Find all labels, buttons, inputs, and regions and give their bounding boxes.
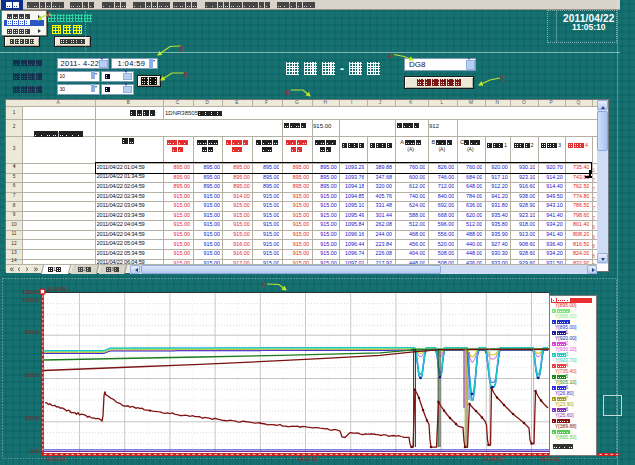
svg-text:3: 3	[183, 70, 187, 79]
svg-text:2: 2	[179, 44, 183, 53]
svg-text:7: 7	[261, 281, 265, 290]
svg-text:6: 6	[285, 88, 289, 97]
svg-text:4: 4	[388, 51, 393, 60]
svg-text:5: 5	[500, 74, 504, 83]
svg-text:1: 1	[46, 10, 50, 19]
